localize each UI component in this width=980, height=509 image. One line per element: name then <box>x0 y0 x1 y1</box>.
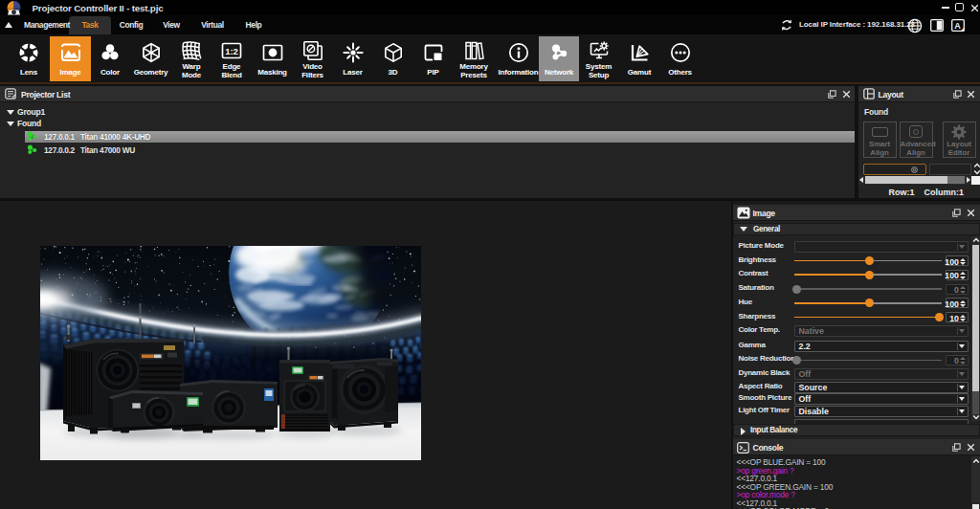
svg-text:1:2: 1:2 <box>225 46 238 56</box>
svg-text:A: A <box>954 21 961 31</box>
